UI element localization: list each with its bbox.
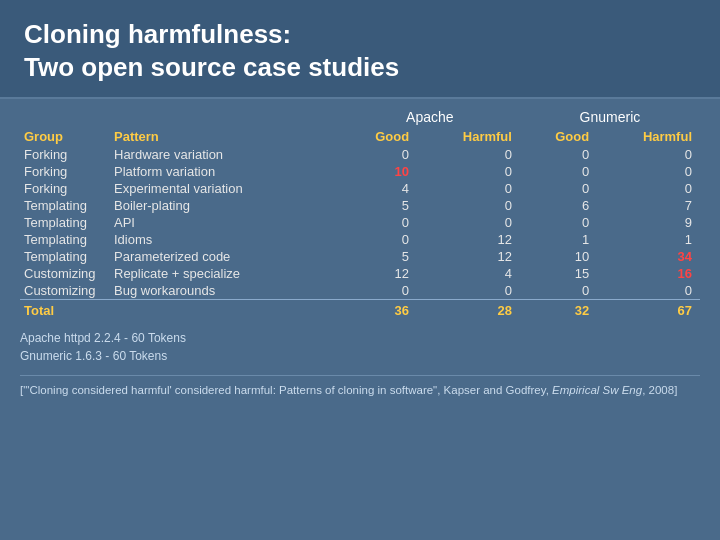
apache-good-cell: 0 — [340, 231, 417, 248]
gnumeric-harmful-cell: 9 — [597, 214, 700, 231]
group-cell: Templating — [20, 248, 110, 265]
total-apache-harmful: 28 — [417, 300, 520, 320]
apache-harmful-cell: 0 — [417, 180, 520, 197]
gnumeric-good-cell: 0 — [520, 214, 597, 231]
gnumeric-good-cell: 0 — [520, 282, 597, 300]
apache-good-cell: 0 — [340, 146, 417, 163]
empty-cell — [20, 109, 340, 127]
table-body: Forking Hardware variation 0 0 0 0 Forki… — [20, 146, 700, 319]
pattern-cell: Hardware variation — [110, 146, 340, 163]
gnumeric-harmful-cell: 16 — [597, 265, 700, 282]
apache-harmful-cell: 0 — [417, 197, 520, 214]
gnumeric-harmful-cell: 34 — [597, 248, 700, 265]
slide-title: Cloning harmfulness: Two open source cas… — [24, 18, 696, 83]
apache-section-label: Apache — [340, 109, 520, 127]
slide-header: Cloning harmfulness: Two open source cas… — [0, 0, 720, 99]
gnumeric-good-cell: 0 — [520, 180, 597, 197]
title-line2: Two open source case studies — [24, 52, 399, 82]
data-table-container: Apache Gnumeric Group Pattern Good Harmf… — [20, 109, 700, 319]
pattern-col-header: Pattern — [110, 127, 340, 146]
table-row: Templating API 0 0 0 9 — [20, 214, 700, 231]
gnumeric-harmful-cell: 0 — [597, 146, 700, 163]
group-cell: Templating — [20, 197, 110, 214]
group-cell: Templating — [20, 231, 110, 248]
gnumeric-harmful-cell: 0 — [597, 282, 700, 300]
table-row: Forking Platform variation 10 0 0 0 — [20, 163, 700, 180]
apache-harmful-cell: 0 — [417, 146, 520, 163]
gnumeric-good-cell: 1 — [520, 231, 597, 248]
table-row: Forking Hardware variation 0 0 0 0 — [20, 146, 700, 163]
footnote-line2: Gnumeric 1.6.3 - 60 Tokens — [20, 347, 700, 365]
gnumeric-harmful-cell: 0 — [597, 180, 700, 197]
table-row: Forking Experimental variation 4 0 0 0 — [20, 180, 700, 197]
section-header-row: Apache Gnumeric — [20, 109, 700, 127]
citation-content: ["'Cloning considered harmful' considere… — [20, 384, 677, 396]
group-cell: Customizing — [20, 265, 110, 282]
table-row: Templating Idioms 0 12 1 1 — [20, 231, 700, 248]
citation-text: ["'Cloning considered harmful' considere… — [20, 375, 700, 399]
column-header-row: Group Pattern Good Harmful Good Harmful — [20, 127, 700, 146]
footnote-line1: Apache httpd 2.2.4 - 60 Tokens — [20, 329, 700, 347]
apache-good-cell: 5 — [340, 197, 417, 214]
group-cell: Forking — [20, 163, 110, 180]
apache-harmful-cell: 4 — [417, 265, 520, 282]
pattern-cell: Platform variation — [110, 163, 340, 180]
pattern-cell: Bug workarounds — [110, 282, 340, 300]
apache-good-header: Good — [340, 127, 417, 146]
gnumeric-harmful-header: Harmful — [597, 127, 700, 146]
slide-content: Apache Gnumeric Group Pattern Good Harmf… — [0, 99, 720, 540]
apache-harmful-cell: 12 — [417, 231, 520, 248]
gnumeric-good-cell: 10 — [520, 248, 597, 265]
total-row: Total 36 28 32 67 — [20, 300, 700, 320]
pattern-cell: Idioms — [110, 231, 340, 248]
total-gnumeric-good: 32 — [520, 300, 597, 320]
apache-good-cell: 0 — [340, 214, 417, 231]
gnumeric-good-cell: 0 — [520, 146, 597, 163]
pattern-cell: Replicate + specialize — [110, 265, 340, 282]
gnumeric-harmful-cell: 1 — [597, 231, 700, 248]
pattern-cell: Parameterized code — [110, 248, 340, 265]
slide: Cloning harmfulness: Two open source cas… — [0, 0, 720, 540]
table-row: Templating Boiler-plating 5 0 6 7 — [20, 197, 700, 214]
gnumeric-good-header: Good — [520, 127, 597, 146]
pattern-cell: Experimental variation — [110, 180, 340, 197]
title-line1: Cloning harmfulness: — [24, 19, 291, 49]
apache-harmful-cell: 0 — [417, 282, 520, 300]
table-row: Templating Parameterized code 5 12 10 34 — [20, 248, 700, 265]
total-apache-good: 36 — [340, 300, 417, 320]
apache-good-cell: 5 — [340, 248, 417, 265]
group-cell: Forking — [20, 146, 110, 163]
pattern-cell: API — [110, 214, 340, 231]
group-cell: Customizing — [20, 282, 110, 300]
footnotes: Apache httpd 2.2.4 - 60 Tokens Gnumeric … — [20, 325, 700, 367]
apache-harmful-cell: 12 — [417, 248, 520, 265]
gnumeric-good-cell: 15 — [520, 265, 597, 282]
total-empty — [110, 300, 340, 320]
gnumeric-good-cell: 6 — [520, 197, 597, 214]
group-col-header: Group — [20, 127, 110, 146]
apache-good-cell: 0 — [340, 282, 417, 300]
pattern-cell: Boiler-plating — [110, 197, 340, 214]
total-label: Total — [20, 300, 110, 320]
apache-good-cell: 4 — [340, 180, 417, 197]
apache-harmful-header: Harmful — [417, 127, 520, 146]
group-cell: Templating — [20, 214, 110, 231]
group-cell: Forking — [20, 180, 110, 197]
data-table: Apache Gnumeric Group Pattern Good Harmf… — [20, 109, 700, 319]
apache-harmful-cell: 0 — [417, 163, 520, 180]
table-row: Customizing Bug workarounds 0 0 0 0 — [20, 282, 700, 300]
table-row: Customizing Replicate + specialize 12 4 … — [20, 265, 700, 282]
gnumeric-harmful-cell: 0 — [597, 163, 700, 180]
apache-good-cell: 12 — [340, 265, 417, 282]
gnumeric-harmful-cell: 7 — [597, 197, 700, 214]
gnumeric-section-label: Gnumeric — [520, 109, 700, 127]
total-gnumeric-harmful: 67 — [597, 300, 700, 320]
apache-harmful-cell: 0 — [417, 214, 520, 231]
apache-good-cell: 10 — [340, 163, 417, 180]
gnumeric-good-cell: 0 — [520, 163, 597, 180]
